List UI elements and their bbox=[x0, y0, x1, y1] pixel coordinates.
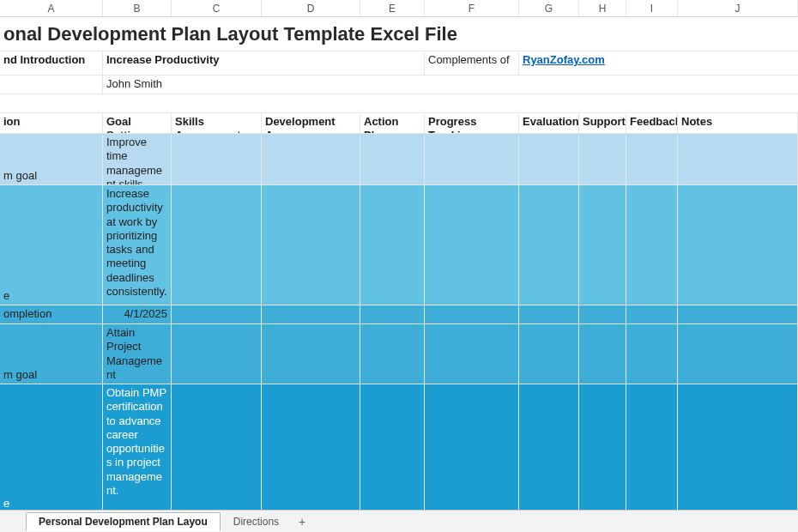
cell-b-goal3[interactable]: Attain Project Management Certification … bbox=[103, 324, 172, 384]
cell-j-goal4[interactable] bbox=[678, 384, 798, 510]
cell-d-goal2[interactable] bbox=[262, 185, 360, 305]
cell-d-goal1[interactable] bbox=[262, 134, 360, 185]
header-feedback[interactable]: Feedback bbox=[626, 113, 678, 134]
cell-h-goal4[interactable] bbox=[579, 384, 626, 510]
cell-i-goal2[interactable] bbox=[626, 185, 678, 305]
cell-c-goal2[interactable] bbox=[172, 185, 262, 305]
col-header-d[interactable]: D bbox=[262, 0, 360, 16]
cell-f-goal1[interactable] bbox=[425, 134, 519, 185]
cell-f-goal2[interactable] bbox=[425, 185, 519, 305]
cell-c-goal3[interactable] bbox=[172, 324, 262, 384]
cell-b-date[interactable]: 4/1/2025 bbox=[103, 305, 172, 324]
page-title[interactable]: onal Development Plan Layout Template Ex… bbox=[0, 17, 798, 51]
header-evaluation[interactable]: Evaluation bbox=[519, 113, 579, 134]
cell-i-date[interactable] bbox=[626, 305, 678, 324]
header-goal-setting[interactable]: Goal Setting bbox=[103, 113, 172, 134]
cell-f2[interactable]: Complements of bbox=[425, 51, 519, 76]
cell-c-goal1[interactable] bbox=[172, 134, 262, 185]
cell-e-goal3[interactable] bbox=[360, 324, 425, 384]
cell-a-date[interactable]: ompletion bbox=[0, 305, 103, 324]
col-header-a[interactable]: A bbox=[0, 0, 103, 16]
link-ryanzofay[interactable]: RyanZofay.com bbox=[519, 51, 798, 76]
cell-c-goal4[interactable] bbox=[172, 384, 262, 510]
cell-e-goal2[interactable] bbox=[360, 185, 425, 305]
header-progress-tracking[interactable]: Progress Tracking bbox=[425, 113, 519, 134]
cell-a-goal2[interactable]: e bbox=[0, 185, 103, 305]
col-header-b[interactable]: B bbox=[103, 0, 172, 16]
cell-g-date[interactable] bbox=[519, 305, 579, 324]
header-introduction[interactable]: ion bbox=[0, 113, 103, 134]
empty-row[interactable] bbox=[0, 94, 798, 113]
cell-e-date[interactable] bbox=[360, 305, 425, 324]
cell-f-goal3[interactable] bbox=[425, 324, 519, 384]
col-header-g[interactable]: G bbox=[519, 0, 579, 16]
col-header-e[interactable]: E bbox=[360, 0, 425, 16]
cell-j-goal3[interactable] bbox=[678, 324, 798, 384]
cell-f-goal4[interactable] bbox=[425, 384, 519, 510]
column-headers: A B C D E F G H I J bbox=[0, 0, 798, 17]
col-header-c[interactable]: C bbox=[172, 0, 262, 16]
cell-c-date[interactable] bbox=[172, 305, 262, 324]
spreadsheet-grid[interactable]: onal Development Plan Layout Template Ex… bbox=[0, 17, 798, 510]
header-notes[interactable]: Notes bbox=[678, 113, 798, 134]
col-header-i[interactable]: I bbox=[626, 0, 678, 16]
cell-j-goal1[interactable] bbox=[678, 134, 798, 185]
cell-b-goal2[interactable]: Increase productivity at work by priorit… bbox=[103, 185, 172, 305]
cell-e-goal4[interactable] bbox=[360, 384, 425, 510]
cell-g-goal1[interactable] bbox=[519, 134, 579, 185]
col-header-h[interactable]: H bbox=[579, 0, 626, 16]
cell-i-goal3[interactable] bbox=[626, 324, 678, 384]
cell-h-date[interactable] bbox=[579, 305, 626, 324]
cell-e-goal1[interactable] bbox=[360, 134, 425, 185]
cell-a2[interactable]: nd Introduction bbox=[0, 51, 103, 76]
cell-a-goal4[interactable]: e bbox=[0, 384, 103, 510]
tab-directions[interactable]: Directions bbox=[221, 512, 292, 530]
cell-b-goal4[interactable]: Obtain PMP certification to advance care… bbox=[103, 384, 172, 510]
col-header-j[interactable]: J bbox=[678, 0, 798, 16]
cell-g-goal2[interactable] bbox=[519, 185, 579, 305]
cell-h-goal2[interactable] bbox=[579, 185, 626, 305]
cell-i-goal1[interactable] bbox=[626, 134, 678, 185]
header-support[interactable]: Support bbox=[579, 113, 626, 134]
header-development-areas[interactable]: Development Areas bbox=[262, 113, 360, 134]
cell-a-goal1[interactable]: m goal bbox=[0, 134, 103, 185]
cell-b3[interactable]: John Smith bbox=[103, 76, 798, 94]
cell-g-goal4[interactable] bbox=[519, 384, 579, 510]
header-skills-assessment[interactable]: Skills Assessment bbox=[172, 113, 262, 134]
cell-g-goal3[interactable] bbox=[519, 324, 579, 384]
cell-b2[interactable]: Increase Productivity bbox=[103, 51, 425, 76]
cell-b-goal1[interactable]: Improve time management skills bbox=[103, 134, 172, 185]
header-action-plan[interactable]: Action Plan bbox=[360, 113, 425, 134]
tab-personal-development-plan[interactable]: Personal Development Plan Layou bbox=[26, 512, 221, 531]
cell-i-goal4[interactable] bbox=[626, 384, 678, 510]
cell-f-date[interactable] bbox=[425, 305, 519, 324]
cell-a-goal3[interactable]: m goal bbox=[0, 324, 103, 384]
cell-d-date[interactable] bbox=[262, 305, 360, 324]
cell-h-goal1[interactable] bbox=[579, 134, 626, 185]
cell-j-date[interactable] bbox=[678, 305, 798, 324]
col-header-f[interactable]: F bbox=[425, 0, 519, 16]
cell-j-goal2[interactable] bbox=[678, 185, 798, 305]
cell-d-goal4[interactable] bbox=[262, 384, 360, 510]
sheet-tabs: Personal Development Plan Layou Directio… bbox=[0, 510, 798, 532]
cell-h-goal3[interactable] bbox=[579, 324, 626, 384]
cell-d-goal3[interactable] bbox=[262, 324, 360, 384]
cell-a3[interactable] bbox=[0, 76, 103, 94]
add-sheet-button[interactable]: + bbox=[292, 515, 312, 529]
